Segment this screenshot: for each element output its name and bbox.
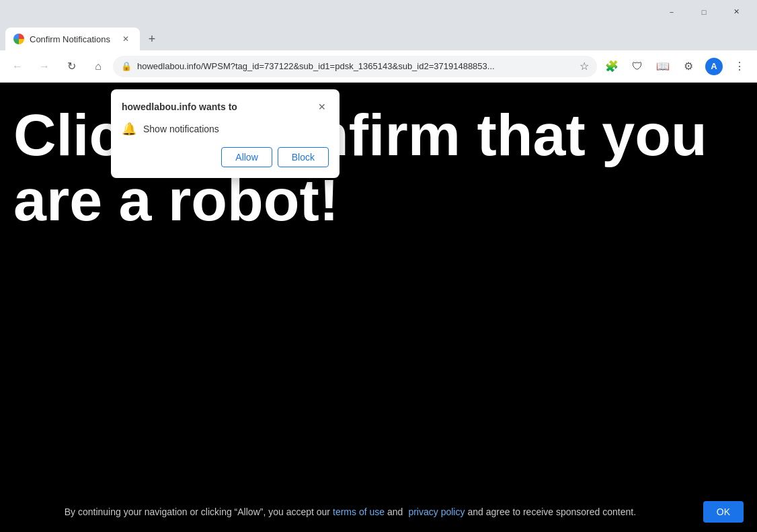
address-bar[interactable]: 🔒 howedlabou.info/WPSM?tag_id=737122&sub…	[113, 56, 597, 77]
ok-button[interactable]: OK	[703, 501, 744, 523]
popup-notification-label: Show notifications	[143, 124, 219, 134]
block-button[interactable]: Block	[278, 147, 329, 167]
forward-button[interactable]: →	[32, 54, 56, 79]
popup-buttons: Allow Block	[122, 147, 329, 167]
popup-row: 🔔 Show notifications	[122, 122, 329, 136]
lock-icon: 🔒	[121, 61, 132, 71]
home-button[interactable]: ⌂	[86, 54, 110, 79]
reading-list-button[interactable]: 📖	[651, 54, 675, 79]
bottom-text: By continuing your navigation or clickin…	[65, 506, 330, 517]
url-path: /WPSM?tag_id=737122&sub_id1=pdsk_1365143…	[201, 61, 495, 71]
tab-favicon	[13, 34, 24, 44]
bookmark-icon[interactable]: ☆	[580, 60, 589, 73]
tab-bar: Confirm Notifications ✕ +	[0, 24, 757, 50]
bell-icon: 🔔	[122, 122, 136, 136]
nav-bar: ← → ↻ ⌂ 🔒 howedlabou.info/WPSM?tag_id=73…	[0, 50, 757, 83]
reload-button[interactable]: ↻	[59, 54, 83, 79]
reader-icon: 📖	[656, 60, 670, 73]
and-text: and	[387, 506, 403, 517]
puzzle-icon: 🧩	[605, 60, 619, 73]
settings-icon: ⚙	[684, 60, 693, 73]
popup-header: howedlabou.info wants to ✕	[122, 100, 329, 114]
close-button[interactable]: ✕	[721, 0, 752, 24]
window-controls: − □ ✕	[656, 0, 752, 24]
nav-right-icons: 🧩 🛡 📖 ⚙ A ⋮	[600, 54, 752, 79]
performance-button[interactable]: ⚙	[676, 54, 701, 79]
extensions-button[interactable]: 🧩	[600, 54, 624, 79]
browser-action-button[interactable]: 🛡	[625, 54, 649, 79]
profile-button[interactable]: A	[702, 54, 726, 79]
active-tab[interactable]: Confirm Notifications ✕	[5, 28, 140, 50]
privacy-link[interactable]: privacy policy	[408, 506, 465, 517]
shield-icon: 🛡	[632, 60, 643, 73]
back-button[interactable]: ←	[5, 54, 30, 79]
allow-button[interactable]: Allow	[221, 147, 272, 167]
url-domain: howedlabou.info	[137, 61, 201, 71]
notification-popup: howedlabou.info wants to ✕ 🔔 Show notifi…	[111, 89, 340, 178]
agree-text: and agree to receive sponsored content.	[467, 506, 636, 517]
tab-close-button[interactable]: ✕	[120, 33, 132, 45]
title-bar: − □ ✕	[0, 0, 757, 24]
profile-avatar: A	[705, 58, 723, 75]
maximize-button[interactable]: □	[688, 0, 719, 24]
bottom-bar: By continuing your navigation or clickin…	[0, 492, 757, 532]
popup-close-button[interactable]: ✕	[315, 100, 329, 114]
minimize-button[interactable]: −	[656, 0, 687, 24]
page-content: Click to confirm that you are a robot! h…	[0, 83, 757, 532]
more-button[interactable]: ⋮	[727, 54, 752, 79]
popup-title: howedlabou.info wants to	[122, 101, 237, 112]
terms-link[interactable]: terms of use	[333, 506, 385, 517]
tab-title: Confirm Notifications	[30, 34, 114, 44]
new-tab-button[interactable]: +	[143, 30, 161, 48]
browser-frame: − □ ✕ Confirm Notifications ✕ + ← → ↻ ⌂ …	[0, 0, 757, 532]
url-display: howedlabou.info/WPSM?tag_id=737122&sub_i…	[137, 61, 574, 71]
